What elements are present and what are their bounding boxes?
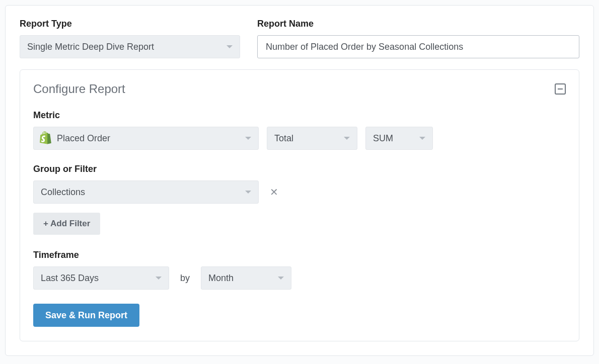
report-type-value: Single Metric Deep Dive Report (27, 42, 154, 52)
report-type-group: Report Type Single Metric Deep Dive Repo… (20, 19, 240, 58)
group-row: Collections ✕ (33, 180, 566, 204)
chevron-down-icon (245, 191, 251, 194)
remove-group-button[interactable]: ✕ (267, 186, 281, 198)
chevron-down-icon (278, 277, 284, 280)
top-row: Report Type Single Metric Deep Dive Repo… (20, 19, 579, 58)
group-select[interactable]: Collections (33, 180, 259, 204)
timeframe-interval-select[interactable]: Month (201, 266, 291, 290)
report-name-input[interactable] (257, 35, 579, 58)
group-value: Collections (41, 187, 85, 198)
collapse-button[interactable] (555, 83, 566, 95)
report-name-group: Report Name (257, 19, 579, 58)
close-icon: ✕ (270, 187, 278, 198)
shopify-icon (39, 131, 54, 145)
timeframe-label: Timeframe (33, 250, 566, 260)
timeframe-row: Last 365 Days by Month (33, 266, 566, 290)
chevron-down-icon (156, 277, 162, 280)
metric-value: Placed Order (57, 133, 245, 144)
timeframe-range-select[interactable]: Last 365 Days (33, 266, 169, 290)
metric-mode-value: Total (274, 133, 293, 144)
panel-title: Configure Report (33, 82, 125, 96)
save-run-button[interactable]: Save & Run Report (33, 304, 139, 327)
add-filter-button[interactable]: + Add Filter (33, 213, 100, 235)
metric-agg-select[interactable]: SUM (365, 127, 433, 150)
metric-agg-value: SUM (373, 133, 393, 144)
metric-row: Placed Order Total SUM (33, 127, 566, 150)
chevron-down-icon (344, 137, 350, 140)
chevron-down-icon (245, 137, 251, 140)
minus-icon (558, 88, 563, 89)
metric-select[interactable]: Placed Order (33, 127, 259, 150)
panel-header: Configure Report (33, 82, 566, 96)
group-filter-label: Group or Filter (33, 164, 566, 174)
timeframe-interval-value: Month (208, 273, 234, 284)
report-type-label: Report Type (20, 19, 240, 29)
metric-mode-select[interactable]: Total (267, 127, 357, 150)
chevron-down-icon (227, 45, 233, 48)
by-label: by (180, 273, 190, 284)
timeframe-range-value: Last 365 Days (41, 273, 99, 284)
chevron-down-icon (419, 137, 425, 140)
report-card: Report Type Single Metric Deep Dive Repo… (5, 5, 594, 356)
metric-label: Metric (33, 110, 566, 121)
configure-panel: Configure Report Metric Placed Order (20, 69, 579, 341)
report-name-label: Report Name (257, 19, 579, 29)
report-type-select[interactable]: Single Metric Deep Dive Report (20, 35, 240, 58)
